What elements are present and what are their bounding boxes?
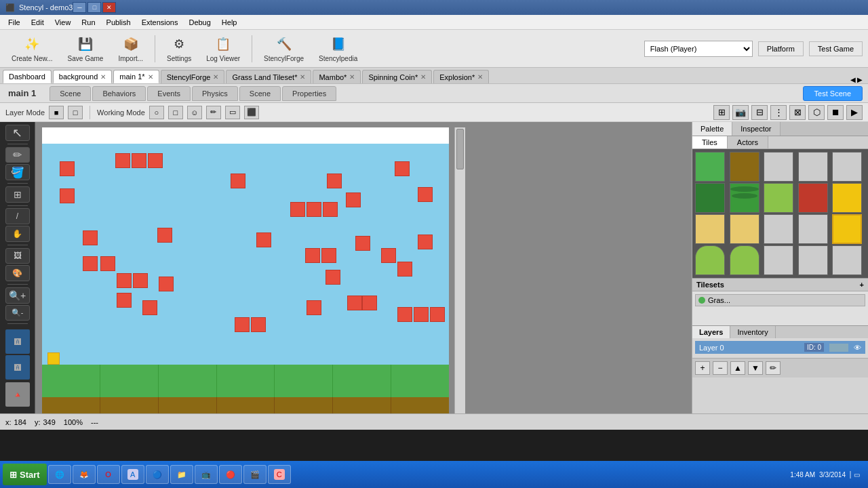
maximize-button[interactable]: □ (87, 2, 101, 13)
tileset-item[interactable]: Gras... (695, 294, 865, 306)
taskbar-item-red[interactable]: 🔴 (219, 465, 242, 484)
tab-next-icon[interactable]: ▶ (857, 76, 863, 83)
scene-wrapper[interactable] (35, 122, 692, 413)
create-new-button[interactable]: ✨ Create New... (5, 31, 59, 66)
minimize-button[interactable]: ─ (73, 2, 86, 13)
taskbar-item-opera[interactable]: O (97, 465, 120, 484)
grid-btn[interactable]: ⊞ (713, 105, 730, 120)
tile-cell[interactable] (832, 214, 862, 244)
edit-layer-btn[interactable]: ✏ (766, 361, 781, 375)
tab-background-close[interactable]: ✕ (100, 73, 106, 81)
tab-actors[interactable]: Actors (728, 136, 768, 148)
amazon2-icon[interactable]: 🅰 (5, 355, 30, 380)
layer-mode-rect-btn[interactable]: □ (68, 106, 83, 119)
add-layer-btn[interactable]: + (695, 361, 710, 375)
layer-mode-square-btn[interactable]: ■ (49, 106, 64, 119)
grid3-btn[interactable]: ⊠ (789, 105, 806, 120)
stencyl-forge-button[interactable]: 🔨 StencylForge (258, 31, 310, 66)
stop-btn[interactable]: ⏹ (827, 105, 844, 120)
save-game-button[interactable]: 💾 Save Game (62, 31, 110, 66)
fill-tool-btn[interactable]: 🪣 (5, 164, 30, 180)
working-mode-btn4[interactable]: ✏ (206, 106, 221, 119)
show-desktop-icon[interactable]: ▭ (850, 471, 860, 479)
working-mode-btn6[interactable]: ⬛ (244, 106, 259, 119)
tab-explosion[interactable]: Explosion* ✕ (433, 70, 489, 83)
menu-publish[interactable]: Publish (101, 17, 136, 28)
zoom-in-btn[interactable]: 🔍+ (5, 287, 30, 304)
scroll-handle-v[interactable] (456, 129, 464, 169)
tile-cell[interactable] (798, 183, 828, 213)
menu-file[interactable]: File (3, 17, 26, 28)
hex-btn[interactable]: ⬡ (808, 105, 825, 120)
zoom-out-btn[interactable]: 🔍- (5, 305, 30, 321)
close-button[interactable]: ✕ (102, 2, 116, 13)
tab-dashboard[interactable]: Dashboard (3, 70, 52, 83)
scrollbar-vertical[interactable] (454, 127, 465, 413)
play-btn[interactable]: ▶ (846, 105, 863, 120)
tab-palette[interactable]: Palette (692, 122, 732, 136)
flash-player-select[interactable]: Flash (Player) (644, 41, 753, 57)
tile-cell[interactable] (764, 245, 793, 275)
tab-explosion-close[interactable]: ✕ (477, 73, 483, 81)
tab-inventory[interactable]: Inventory (730, 326, 775, 338)
amazon-icon[interactable]: 🅰 (5, 329, 30, 354)
working-mode-btn1[interactable]: ○ (149, 106, 164, 119)
platform-button[interactable]: Platform (758, 41, 804, 56)
stencylpedia-button[interactable]: 📘 Stencylpedia (313, 31, 363, 66)
tab-mambo[interactable]: Mambo* ✕ (313, 70, 361, 83)
grid-tool-btn[interactable]: ⊞ (5, 186, 30, 203)
pencil-tool-btn[interactable]: ✏ (5, 147, 30, 163)
import-button[interactable]: 📦 Import... (112, 31, 149, 66)
camera-btn[interactable]: 📷 (732, 105, 749, 120)
settings-button[interactable]: ⚙ Settings (161, 31, 197, 66)
move-tool-btn[interactable]: ✋ (5, 226, 30, 242)
image-tool-btn[interactable]: 🖼 (5, 248, 30, 264)
layer-item[interactable]: Layer 0 ID: 0 👁 (695, 341, 865, 354)
start-button[interactable]: ⊞ Start (3, 464, 47, 485)
working-mode-btn3[interactable]: ☺ (187, 106, 202, 119)
tab-stencylforge[interactable]: StencylForge ✕ (161, 70, 225, 83)
tab-mambo-close[interactable]: ✕ (349, 73, 355, 81)
tile-cell[interactable] (798, 214, 828, 244)
tab-prev-icon[interactable]: ◀ (850, 76, 856, 83)
remove-layer-btn[interactable]: − (713, 361, 728, 375)
working-mode-btn2[interactable]: □ (168, 106, 183, 119)
move-layer-up-btn[interactable]: ▲ (730, 361, 745, 375)
tile-cell[interactable] (764, 152, 793, 182)
tile-cell[interactable] (798, 152, 828, 182)
test-scene-button[interactable]: Test Scene (803, 86, 863, 101)
tile-cell[interactable] (832, 152, 862, 182)
color-tool-btn[interactable]: 🎨 (5, 265, 30, 281)
tab-spinning-coin[interactable]: Spinning Coin* ✕ (362, 70, 432, 83)
menu-run[interactable]: Run (76, 17, 100, 28)
menu-edit[interactable]: Edit (26, 17, 50, 28)
menu-debug[interactable]: Debug (183, 17, 216, 28)
menu-extensions[interactable]: Extensions (136, 17, 184, 28)
tab-background[interactable]: background ✕ (53, 70, 113, 83)
tile-cell[interactable] (695, 152, 725, 182)
log-viewer-button[interactable]: 📋 Log Viewer (200, 31, 246, 66)
grid2-btn[interactable]: ⊟ (751, 105, 768, 120)
tab-stencylforge-close[interactable]: ✕ (213, 73, 218, 81)
tilesets-add-icon[interactable]: + (860, 281, 864, 289)
tab-tiles[interactable]: Tiles (692, 136, 728, 148)
tile-cell[interactable] (695, 183, 725, 213)
tile-cell[interactable] (764, 214, 793, 244)
tab-main1[interactable]: main 1* ✕ (113, 70, 159, 83)
tab-scene[interactable]: Scene (50, 86, 91, 101)
tile-cell[interactable] (798, 245, 828, 275)
taskbar-item-ie[interactable]: 🌐 (48, 465, 71, 484)
tab-behaviors[interactable]: Behaviors (92, 86, 146, 101)
tile-cell[interactable] (730, 245, 760, 275)
tile-cell[interactable] (695, 245, 725, 275)
dots-btn[interactable]: ⋮ (770, 105, 787, 120)
tab-main1-close[interactable]: ✕ (148, 73, 153, 81)
taskbar-item-firefox[interactable]: 🦊 (73, 465, 96, 484)
tab-events[interactable]: Events (147, 86, 191, 101)
move-layer-down-btn[interactable]: ▼ (748, 361, 763, 375)
layer-eye-icon[interactable]: 👁 (854, 344, 861, 352)
tab-grassland-close[interactable]: ✕ (300, 73, 305, 81)
scale-tool-btn[interactable]: / (5, 208, 30, 224)
tile-cell[interactable] (695, 214, 725, 244)
tile-cell[interactable] (730, 183, 760, 213)
